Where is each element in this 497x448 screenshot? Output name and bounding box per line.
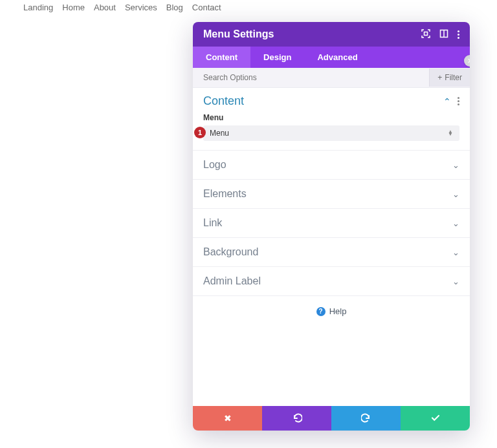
search-input[interactable] [193, 68, 429, 87]
filter-label: Filter [445, 73, 462, 82]
field-label-menu: Menu [203, 113, 459, 122]
section-header[interactable]: Content ⌃ [203, 94, 459, 108]
section-logo[interactable]: Logo ⌄ [193, 151, 470, 180]
section-background[interactable]: Background ⌄ [193, 238, 470, 267]
menu-select-wrap: 1 Menu ▲▼ [203, 125, 459, 141]
undo-button[interactable] [262, 406, 331, 431]
modal-header-actions [421, 29, 459, 40]
help-label: Help [329, 306, 347, 316]
section-row-title: Background [203, 246, 258, 258]
chevron-down-icon: ⌄ [452, 277, 459, 286]
chevron-down-icon: ⌄ [452, 189, 459, 199]
tab-content[interactable]: Content [193, 47, 250, 68]
redo-button[interactable] [331, 406, 401, 431]
help-row[interactable]: ? Help [193, 296, 470, 326]
section-content: Content ⌃ Menu 1 Menu ▲▼ [193, 88, 470, 151]
kebab-icon[interactable] [458, 97, 459, 105]
redo-icon [361, 412, 371, 425]
chevron-down-icon: ⌄ [452, 219, 459, 228]
modal-title: Menu Settings [203, 28, 274, 40]
columns-icon[interactable] [439, 29, 448, 40]
tab-advanced[interactable]: Advanced [304, 47, 370, 68]
section-admin-label[interactable]: Admin Label ⌄ [193, 267, 470, 296]
save-button[interactable] [401, 406, 470, 431]
section-title: Content [203, 94, 244, 108]
menu-select[interactable]: Menu ▲▼ [203, 125, 459, 141]
kebab-icon[interactable] [458, 30, 459, 39]
search-row: + Filter [193, 68, 470, 88]
nav-item[interactable]: Home [62, 3, 85, 12]
tab-design[interactable]: Design [250, 47, 304, 68]
expand-icon[interactable] [421, 29, 430, 40]
close-icon: ✖ [224, 413, 232, 423]
modal-footer: ✖ [193, 406, 470, 431]
nav-item[interactable]: Contact [192, 3, 221, 12]
settings-modal: ✕ Menu Settings Content Design Advanced … [193, 22, 470, 431]
help-icon: ? [316, 307, 326, 316]
nav-item[interactable]: Blog [166, 3, 183, 12]
svg-rect-0 [425, 32, 428, 35]
filter-button[interactable]: + Filter [429, 69, 470, 87]
chevron-down-icon: ⌄ [452, 248, 459, 257]
modal-header: Menu Settings [193, 22, 470, 47]
plus-icon: + [437, 73, 442, 82]
page-nav: Landing Home About Services Blog Contact [0, 0, 497, 15]
select-value: Menu [210, 129, 229, 138]
check-icon [430, 412, 441, 425]
cancel-button[interactable]: ✖ [193, 406, 262, 431]
section-header-actions: ⌃ [443, 96, 459, 107]
chevron-up-icon[interactable]: ⌃ [443, 96, 451, 107]
section-link[interactable]: Link ⌄ [193, 209, 470, 238]
tabs: Content Design Advanced [193, 47, 470, 68]
nav-item[interactable]: About [94, 3, 116, 12]
section-elements[interactable]: Elements ⌄ [193, 180, 470, 209]
section-row-title: Link [203, 217, 222, 229]
section-row-title: Logo [203, 159, 226, 171]
undo-icon [292, 412, 302, 425]
annotation-badge-1: 1 [194, 127, 206, 138]
chevron-down-icon: ⌄ [452, 160, 459, 170]
sort-icon: ▲▼ [448, 131, 453, 136]
nav-item[interactable]: Landing [23, 3, 53, 12]
section-row-title: Elements [203, 188, 247, 200]
modal-body: Content ⌃ Menu 1 Menu ▲▼ Logo ⌄ Elements… [193, 88, 470, 406]
nav-item[interactable]: Services [125, 3, 157, 12]
section-row-title: Admin Label [203, 275, 261, 287]
